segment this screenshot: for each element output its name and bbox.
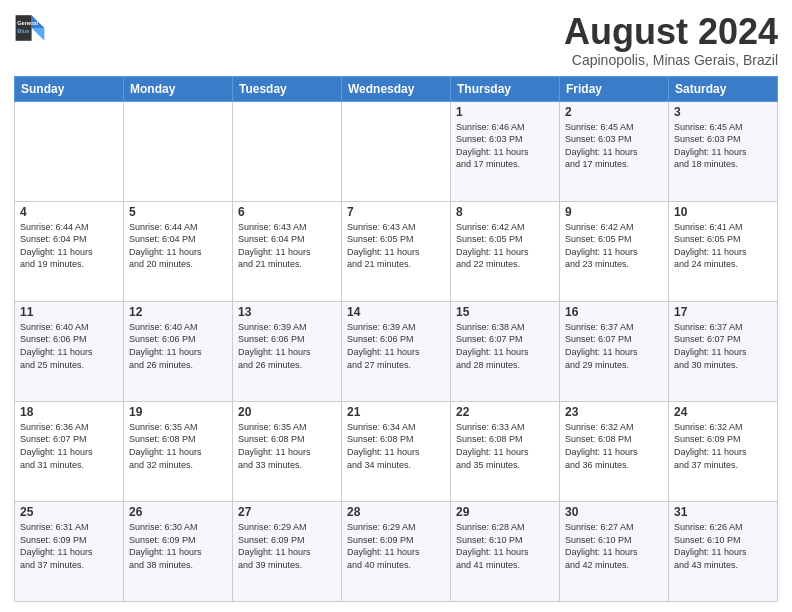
title-area: August 2024 Capinopolis, Minas Gerais, B… — [564, 12, 778, 68]
day-cell: 15Sunrise: 6:38 AM Sunset: 6:07 PM Dayli… — [451, 301, 560, 401]
day-info: Sunrise: 6:28 AM Sunset: 6:10 PM Dayligh… — [456, 521, 554, 571]
day-number: 24 — [674, 405, 772, 419]
day-info: Sunrise: 6:34 AM Sunset: 6:08 PM Dayligh… — [347, 421, 445, 471]
day-cell: 26Sunrise: 6:30 AM Sunset: 6:09 PM Dayli… — [124, 501, 233, 601]
day-info: Sunrise: 6:35 AM Sunset: 6:08 PM Dayligh… — [129, 421, 227, 471]
day-info: Sunrise: 6:38 AM Sunset: 6:07 PM Dayligh… — [456, 321, 554, 371]
day-number: 30 — [565, 505, 663, 519]
weekday-header-tuesday: Tuesday — [233, 76, 342, 101]
day-number: 7 — [347, 205, 445, 219]
calendar-table: SundayMondayTuesdayWednesdayThursdayFrid… — [14, 76, 778, 602]
logo-icon: General Blue — [14, 12, 46, 44]
day-cell: 3Sunrise: 6:45 AM Sunset: 6:03 PM Daylig… — [669, 101, 778, 201]
day-number: 26 — [129, 505, 227, 519]
day-number: 19 — [129, 405, 227, 419]
day-cell: 21Sunrise: 6:34 AM Sunset: 6:08 PM Dayli… — [342, 401, 451, 501]
month-title: August 2024 — [564, 12, 778, 52]
day-number: 1 — [456, 105, 554, 119]
day-cell: 23Sunrise: 6:32 AM Sunset: 6:08 PM Dayli… — [560, 401, 669, 501]
weekday-header-saturday: Saturday — [669, 76, 778, 101]
weekday-header-friday: Friday — [560, 76, 669, 101]
day-cell: 8Sunrise: 6:42 AM Sunset: 6:05 PM Daylig… — [451, 201, 560, 301]
day-cell: 30Sunrise: 6:27 AM Sunset: 6:10 PM Dayli… — [560, 501, 669, 601]
day-number: 16 — [565, 305, 663, 319]
day-info: Sunrise: 6:40 AM Sunset: 6:06 PM Dayligh… — [129, 321, 227, 371]
day-info: Sunrise: 6:32 AM Sunset: 6:09 PM Dayligh… — [674, 421, 772, 471]
day-number: 12 — [129, 305, 227, 319]
day-number: 11 — [20, 305, 118, 319]
day-number: 23 — [565, 405, 663, 419]
subtitle: Capinopolis, Minas Gerais, Brazil — [564, 52, 778, 68]
day-cell — [233, 101, 342, 201]
weekday-header-thursday: Thursday — [451, 76, 560, 101]
day-info: Sunrise: 6:27 AM Sunset: 6:10 PM Dayligh… — [565, 521, 663, 571]
day-number: 6 — [238, 205, 336, 219]
week-row-5: 25Sunrise: 6:31 AM Sunset: 6:09 PM Dayli… — [15, 501, 778, 601]
day-number: 18 — [20, 405, 118, 419]
day-info: Sunrise: 6:29 AM Sunset: 6:09 PM Dayligh… — [238, 521, 336, 571]
week-row-3: 11Sunrise: 6:40 AM Sunset: 6:06 PM Dayli… — [15, 301, 778, 401]
day-cell: 12Sunrise: 6:40 AM Sunset: 6:06 PM Dayli… — [124, 301, 233, 401]
day-info: Sunrise: 6:37 AM Sunset: 6:07 PM Dayligh… — [674, 321, 772, 371]
day-info: Sunrise: 6:26 AM Sunset: 6:10 PM Dayligh… — [674, 521, 772, 571]
day-info: Sunrise: 6:31 AM Sunset: 6:09 PM Dayligh… — [20, 521, 118, 571]
weekday-header-sunday: Sunday — [15, 76, 124, 101]
day-cell: 16Sunrise: 6:37 AM Sunset: 6:07 PM Dayli… — [560, 301, 669, 401]
day-cell: 14Sunrise: 6:39 AM Sunset: 6:06 PM Dayli… — [342, 301, 451, 401]
day-number: 9 — [565, 205, 663, 219]
week-row-1: 1Sunrise: 6:46 AM Sunset: 6:03 PM Daylig… — [15, 101, 778, 201]
day-cell: 4Sunrise: 6:44 AM Sunset: 6:04 PM Daylig… — [15, 201, 124, 301]
day-info: Sunrise: 6:43 AM Sunset: 6:05 PM Dayligh… — [347, 221, 445, 271]
day-cell: 10Sunrise: 6:41 AM Sunset: 6:05 PM Dayli… — [669, 201, 778, 301]
day-info: Sunrise: 6:42 AM Sunset: 6:05 PM Dayligh… — [456, 221, 554, 271]
day-cell: 17Sunrise: 6:37 AM Sunset: 6:07 PM Dayli… — [669, 301, 778, 401]
day-info: Sunrise: 6:29 AM Sunset: 6:09 PM Dayligh… — [347, 521, 445, 571]
day-cell: 22Sunrise: 6:33 AM Sunset: 6:08 PM Dayli… — [451, 401, 560, 501]
day-info: Sunrise: 6:44 AM Sunset: 6:04 PM Dayligh… — [129, 221, 227, 271]
day-cell: 6Sunrise: 6:43 AM Sunset: 6:04 PM Daylig… — [233, 201, 342, 301]
day-cell: 1Sunrise: 6:46 AM Sunset: 6:03 PM Daylig… — [451, 101, 560, 201]
day-number: 17 — [674, 305, 772, 319]
day-number: 27 — [238, 505, 336, 519]
day-cell: 13Sunrise: 6:39 AM Sunset: 6:06 PM Dayli… — [233, 301, 342, 401]
day-cell: 5Sunrise: 6:44 AM Sunset: 6:04 PM Daylig… — [124, 201, 233, 301]
day-cell: 7Sunrise: 6:43 AM Sunset: 6:05 PM Daylig… — [342, 201, 451, 301]
page: General Blue August 2024 Capinopolis, Mi… — [0, 0, 792, 612]
day-info: Sunrise: 6:45 AM Sunset: 6:03 PM Dayligh… — [565, 121, 663, 171]
day-number: 29 — [456, 505, 554, 519]
header: General Blue August 2024 Capinopolis, Mi… — [14, 12, 778, 68]
day-info: Sunrise: 6:35 AM Sunset: 6:08 PM Dayligh… — [238, 421, 336, 471]
week-row-2: 4Sunrise: 6:44 AM Sunset: 6:04 PM Daylig… — [15, 201, 778, 301]
day-number: 4 — [20, 205, 118, 219]
day-info: Sunrise: 6:42 AM Sunset: 6:05 PM Dayligh… — [565, 221, 663, 271]
day-cell: 29Sunrise: 6:28 AM Sunset: 6:10 PM Dayli… — [451, 501, 560, 601]
day-info: Sunrise: 6:32 AM Sunset: 6:08 PM Dayligh… — [565, 421, 663, 471]
day-cell: 19Sunrise: 6:35 AM Sunset: 6:08 PM Dayli… — [124, 401, 233, 501]
day-info: Sunrise: 6:36 AM Sunset: 6:07 PM Dayligh… — [20, 421, 118, 471]
day-cell: 25Sunrise: 6:31 AM Sunset: 6:09 PM Dayli… — [15, 501, 124, 601]
day-number: 3 — [674, 105, 772, 119]
weekday-header-monday: Monday — [124, 76, 233, 101]
day-info: Sunrise: 6:43 AM Sunset: 6:04 PM Dayligh… — [238, 221, 336, 271]
weekday-header-row: SundayMondayTuesdayWednesdayThursdayFrid… — [15, 76, 778, 101]
day-number: 13 — [238, 305, 336, 319]
day-number: 22 — [456, 405, 554, 419]
day-number: 5 — [129, 205, 227, 219]
day-number: 8 — [456, 205, 554, 219]
day-number: 25 — [20, 505, 118, 519]
day-number: 21 — [347, 405, 445, 419]
day-info: Sunrise: 6:45 AM Sunset: 6:03 PM Dayligh… — [674, 121, 772, 171]
day-cell: 9Sunrise: 6:42 AM Sunset: 6:05 PM Daylig… — [560, 201, 669, 301]
day-info: Sunrise: 6:39 AM Sunset: 6:06 PM Dayligh… — [347, 321, 445, 371]
svg-text:General: General — [17, 20, 38, 26]
day-info: Sunrise: 6:30 AM Sunset: 6:09 PM Dayligh… — [129, 521, 227, 571]
day-info: Sunrise: 6:46 AM Sunset: 6:03 PM Dayligh… — [456, 121, 554, 171]
day-cell: 27Sunrise: 6:29 AM Sunset: 6:09 PM Dayli… — [233, 501, 342, 601]
week-row-4: 18Sunrise: 6:36 AM Sunset: 6:07 PM Dayli… — [15, 401, 778, 501]
weekday-header-wednesday: Wednesday — [342, 76, 451, 101]
day-number: 2 — [565, 105, 663, 119]
day-cell: 24Sunrise: 6:32 AM Sunset: 6:09 PM Dayli… — [669, 401, 778, 501]
day-number: 10 — [674, 205, 772, 219]
day-cell: 11Sunrise: 6:40 AM Sunset: 6:06 PM Dayli… — [15, 301, 124, 401]
day-info: Sunrise: 6:37 AM Sunset: 6:07 PM Dayligh… — [565, 321, 663, 371]
